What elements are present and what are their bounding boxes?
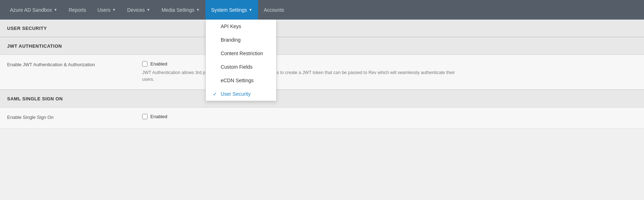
nav-item-reports[interactable]: Reports xyxy=(63,0,92,20)
nav-accounts-label: Accounts xyxy=(264,7,284,13)
dropdown-api-keys-label: API Keys xyxy=(221,23,241,29)
jwt-auth-title: JWT AUTHENTICATION xyxy=(7,43,62,49)
brand-label: Azure AD Sandbox xyxy=(10,7,52,13)
dropdown-item-api-keys[interactable]: API Keys xyxy=(206,20,276,33)
saml-sso-field-label: Enable Single Sign On xyxy=(7,114,142,120)
user-security-section-header: USER SECURITY xyxy=(0,20,644,37)
saml-sso-section-header: SAML SINGLE SIGN ON xyxy=(0,90,644,107)
system-settings-dropdown: API Keys Branding Content Restriction Cu… xyxy=(205,20,277,101)
dropdown-user-security-label: User Security xyxy=(221,91,251,97)
saml-sso-checkbox-label: Enabled xyxy=(150,114,167,119)
nav-media-settings-label: Media Settings xyxy=(161,7,194,13)
nav-system-settings-label: System Settings xyxy=(211,7,247,13)
nav-item-system-settings-wrapper: System Settings ▼ API Keys Branding Cont… xyxy=(205,0,258,20)
saml-sso-field-row: Enable Single Sign On Enabled xyxy=(0,107,644,129)
jwt-auth-section-header: JWT AUTHENTICATION xyxy=(0,37,644,55)
user-security-check-icon: ✓ xyxy=(213,91,218,97)
dropdown-content-restriction-label: Content Restriction xyxy=(221,51,263,56)
dropdown-item-user-security[interactable]: ✓ User Security xyxy=(206,87,276,101)
jwt-auth-field-row: Enable JWT Authentication & Authorizatio… xyxy=(0,55,644,90)
jwt-auth-checkbox[interactable] xyxy=(142,61,147,67)
saml-sso-field-control: Enabled xyxy=(142,114,637,122)
nav-item-media-settings[interactable]: Media Settings ▼ xyxy=(156,0,205,20)
media-settings-caret: ▼ xyxy=(196,8,200,12)
dropdown-item-branding[interactable]: Branding xyxy=(206,33,276,47)
navbar: Azure AD Sandbox ▼ Reports Users ▼ Devic… xyxy=(0,0,644,20)
nav-users-label: Users xyxy=(97,7,111,13)
saml-sso-checkbox-row: Enabled xyxy=(142,114,637,119)
nav-item-system-settings[interactable]: System Settings ▼ xyxy=(205,0,258,20)
saml-sso-title: SAML SINGLE SIGN ON xyxy=(7,96,63,101)
dropdown-item-custom-fields[interactable]: Custom Fields xyxy=(206,60,276,74)
users-caret: ▼ xyxy=(112,8,116,12)
dropdown-ecdn-settings-label: eCDN Settings xyxy=(221,78,254,83)
nav-devices-label: Devices xyxy=(127,7,145,13)
nav-item-devices[interactable]: Devices ▼ xyxy=(122,0,156,20)
dropdown-item-content-restriction[interactable]: Content Restriction xyxy=(206,47,276,60)
jwt-auth-description: JWT Authentication allows 3rd party deve… xyxy=(142,69,462,83)
dropdown-item-ecdn-settings[interactable]: eCDN Settings xyxy=(206,74,276,87)
jwt-auth-checkbox-label: Enabled xyxy=(150,61,167,67)
main-content: USER SECURITY JWT AUTHENTICATION Enable … xyxy=(0,20,644,129)
devices-caret: ▼ xyxy=(147,8,150,12)
nav-reports-label: Reports xyxy=(69,7,86,13)
system-settings-caret: ▼ xyxy=(249,8,252,12)
jwt-auth-field-label: Enable JWT Authentication & Authorizatio… xyxy=(7,61,142,67)
nav-brand[interactable]: Azure AD Sandbox ▼ xyxy=(4,0,63,20)
dropdown-branding-label: Branding xyxy=(221,37,241,43)
nav-item-accounts[interactable]: Accounts xyxy=(258,0,290,20)
dropdown-custom-fields-label: Custom Fields xyxy=(221,64,252,70)
saml-sso-checkbox[interactable] xyxy=(142,114,147,119)
user-security-title: USER SECURITY xyxy=(7,26,47,31)
brand-caret: ▼ xyxy=(54,8,57,12)
nav-item-users[interactable]: Users ▼ xyxy=(92,0,121,20)
